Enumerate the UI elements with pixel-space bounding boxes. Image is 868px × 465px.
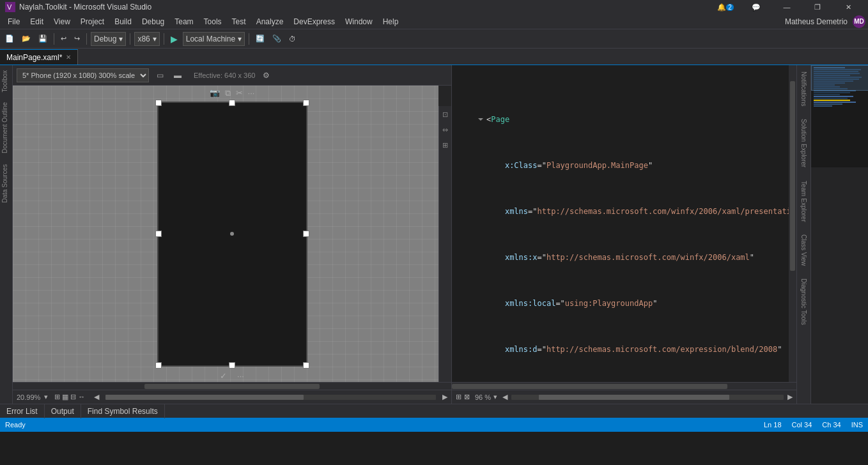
find-symbol-tab[interactable]: Find Symbol Results bbox=[81, 404, 165, 418]
diagnostic-tools-panel[interactable]: Diagnostic Tools bbox=[799, 275, 809, 329]
user-avatar[interactable]: MD bbox=[853, 15, 865, 28]
designer-hscroll[interactable] bbox=[13, 382, 451, 390]
code-content: <Page x:Class="PlaygroundApp.MainPage" bbox=[452, 65, 796, 382]
handle-tr[interactable] bbox=[303, 100, 309, 106]
attach-btn[interactable]: 📎 bbox=[270, 32, 284, 46]
menu-edit[interactable]: Edit bbox=[25, 14, 49, 29]
code-scroll-left[interactable]: ◀ bbox=[502, 393, 508, 401]
output-tab[interactable]: Output bbox=[45, 404, 81, 418]
more-icon[interactable]: ··· bbox=[248, 88, 255, 98]
title-bar-controls: 🔔 2 💬 — ❐ ✕ bbox=[711, 0, 863, 14]
notifications-btn[interactable]: 🔔 2 bbox=[711, 0, 740, 14]
run-btn[interactable]: ▶ bbox=[168, 32, 180, 46]
error-list-tab[interactable]: Error List bbox=[0, 404, 45, 418]
zoom-fit-btn[interactable]: ⊡ bbox=[440, 109, 451, 120]
user-name: Matheus Demetrio bbox=[785, 17, 848, 26]
toolbox-label[interactable]: Toolbox bbox=[0, 65, 12, 97]
code-zoom-icon-2[interactable]: ⊠ bbox=[464, 393, 470, 401]
designer-hscroll-thumb[interactable] bbox=[144, 384, 320, 389]
scroll-right-btn[interactable]: ▶ bbox=[442, 393, 447, 401]
minimize-btn[interactable]: — bbox=[772, 0, 802, 14]
separator-1 bbox=[54, 33, 54, 45]
team-explorer-panel[interactable]: Team Explorer bbox=[799, 177, 809, 225]
title-bar-left: V Naylah.Toolkit - Microsoft Visual Stud… bbox=[5, 2, 151, 12]
undo-btn[interactable]: ↩ bbox=[58, 32, 69, 46]
close-btn[interactable]: ✕ bbox=[833, 0, 863, 14]
menu-project[interactable]: Project bbox=[75, 14, 109, 29]
hscroll-thumb-zoom bbox=[105, 395, 304, 400]
collapse-1[interactable] bbox=[476, 114, 485, 125]
camera-icon[interactable]: 📷 bbox=[210, 88, 220, 98]
menu-analyze[interactable]: Analyze bbox=[251, 14, 289, 29]
run-target-dropdown[interactable]: Local Machine ▾ bbox=[183, 32, 245, 46]
config-dropdown[interactable]: Debug ▾ bbox=[91, 32, 126, 46]
menu-team[interactable]: Team bbox=[169, 14, 198, 29]
save-btn[interactable]: 💾 bbox=[36, 32, 50, 46]
redo-btn[interactable]: ↪ bbox=[72, 32, 82, 46]
new-project-btn[interactable]: 📄 bbox=[3, 32, 17, 46]
designer-area: 5* Phone (1920 x 1080) 300% scale ▭ ▬ Ef… bbox=[13, 65, 451, 404]
more-bottom-icon[interactable]: ··· bbox=[237, 371, 244, 381]
handle-tm[interactable] bbox=[229, 100, 235, 106]
code-hscroll[interactable] bbox=[452, 382, 796, 390]
fit-icon-btn[interactable]: ↔ bbox=[78, 393, 85, 401]
menu-tools[interactable]: Tools bbox=[199, 14, 227, 29]
menu-help[interactable]: Help bbox=[378, 14, 404, 29]
menu-file[interactable]: File bbox=[3, 14, 25, 29]
zoom-actual-btn[interactable]: ⇔ bbox=[440, 124, 451, 135]
code-scroll-right[interactable]: ▶ bbox=[787, 393, 793, 401]
code-zoom-level: 96 % bbox=[475, 393, 491, 401]
designer-canvas: 📷 ⧉ ✂ ··· bbox=[13, 86, 451, 382]
code-hscroll-thumb[interactable] bbox=[452, 384, 727, 389]
minimap-viewport[interactable] bbox=[811, 65, 868, 91]
handle-bl[interactable] bbox=[155, 362, 162, 369]
grid-btn[interactable]: ⊞ bbox=[440, 139, 451, 151]
status-ch: Ch 34 bbox=[822, 421, 841, 429]
notifications-panel[interactable]: Notifications bbox=[799, 68, 809, 110]
open-btn[interactable]: 📂 bbox=[19, 32, 33, 46]
code-vscroll-thumb[interactable] bbox=[790, 81, 795, 271]
code-zoom-icon-1[interactable]: ⊞ bbox=[456, 393, 461, 401]
status-bar-right: Ln 18 Col 34 Ch 34 INS bbox=[764, 421, 863, 429]
menu-window[interactable]: Window bbox=[340, 14, 378, 29]
title-bar: V Naylah.Toolkit - Microsoft Visual Stud… bbox=[0, 0, 868, 14]
handle-ml[interactable] bbox=[155, 231, 162, 237]
tab-mainpage-xaml[interactable]: MainPage.xaml* ✕ bbox=[0, 49, 78, 65]
refresh-btn[interactable]: 🔄 bbox=[253, 32, 267, 46]
cut-icon[interactable]: ✂ bbox=[236, 88, 243, 98]
device-frame: 📷 ⧉ ✂ ··· bbox=[157, 102, 307, 367]
check-icon[interactable]: ✓ bbox=[220, 371, 227, 381]
code-scroll[interactable]: <Page x:Class="PlaygroundApp.MainPage" bbox=[452, 65, 796, 382]
handle-mr[interactable] bbox=[303, 231, 309, 237]
platform-dropdown[interactable]: x86 ▾ bbox=[134, 32, 159, 46]
menu-view[interactable]: View bbox=[49, 14, 75, 29]
grid-icon-btn[interactable]: ⊞ bbox=[54, 393, 60, 401]
code-vscroll[interactable] bbox=[789, 65, 796, 382]
feedback-btn[interactable]: 💬 bbox=[741, 0, 771, 14]
status-col: Col 34 bbox=[792, 421, 812, 429]
handle-tl[interactable] bbox=[155, 100, 162, 106]
settings-btn[interactable]: ⚙ bbox=[259, 68, 273, 82]
document-outline-label[interactable]: Document Outline bbox=[0, 97, 12, 158]
menu-debug[interactable]: Debug bbox=[137, 14, 169, 29]
menu-devexpress[interactable]: DevExpress bbox=[288, 14, 340, 29]
device-select[interactable]: 5* Phone (1920 x 1080) 300% scale bbox=[17, 68, 149, 82]
handle-br[interactable] bbox=[303, 362, 309, 369]
handle-bm[interactable] bbox=[229, 362, 235, 369]
tab-close-btn[interactable]: ✕ bbox=[66, 54, 71, 61]
class-view-panel[interactable]: Class View bbox=[799, 231, 809, 270]
snap-icon-btn[interactable]: ▦ bbox=[62, 393, 68, 401]
guides-icon-btn[interactable]: ⊟ bbox=[70, 393, 76, 401]
maximize-btn[interactable]: ❐ bbox=[803, 0, 832, 14]
crop-icon[interactable]: ⧉ bbox=[225, 88, 231, 98]
scroll-left-btn[interactable]: ◀ bbox=[94, 393, 99, 401]
landscape-btn[interactable]: ▬ bbox=[171, 68, 185, 82]
menu-build[interactable]: Build bbox=[109, 14, 137, 29]
portrait-btn[interactable]: ▭ bbox=[153, 68, 167, 82]
left-sidebar: Toolbox Document Outline Data Sources bbox=[0, 65, 13, 404]
data-sources-label[interactable]: Data Sources bbox=[0, 159, 12, 208]
solution-explorer-panel[interactable]: Solution Explorer bbox=[799, 115, 809, 171]
code-hscroll-inner-thumb bbox=[539, 395, 729, 400]
menu-test[interactable]: Test bbox=[227, 14, 251, 29]
perf-btn[interactable]: ⏱ bbox=[286, 32, 298, 46]
